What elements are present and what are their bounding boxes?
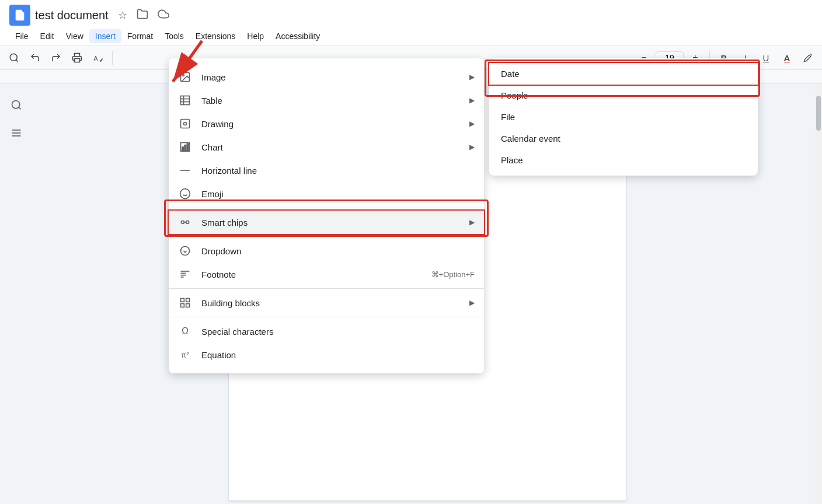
svg-rect-22 [181,120,190,128]
menu-item-equation[interactable]: π² Equation [169,343,484,366]
pen-btn[interactable] [799,48,817,67]
menu-item-chart-label: Chart [201,142,460,152]
submenu-item-people[interactable]: People [489,85,758,106]
menu-section-4: Building blocks ▶ [169,288,484,317]
svg-rect-28 [187,144,189,150]
menu-item-dropdown[interactable]: Dropdown [169,239,484,262]
menu-item-building-blocks-arrow: ▶ [469,299,475,307]
svg-rect-41 [181,299,184,302]
menu-item-table-label: Table [201,96,460,106]
menu-file[interactable]: File [9,29,34,43]
menu-item-horizontal-line-label: Horizontal line [201,166,475,176]
svg-point-23 [184,123,187,125]
emoji-icon [178,187,192,201]
menu-view[interactable]: View [60,29,89,43]
submenu-item-place-label: Place [501,155,746,165]
equation-icon: π² [178,348,192,362]
menu-item-chart[interactable]: Chart ▶ [169,135,484,159]
submenu-item-date[interactable]: Date [489,63,758,85]
menu-section-1: Image ▶ Table ▶ Drawing ▶ Chart ▶ [169,63,484,208]
svg-point-33 [181,221,184,224]
table-icon [178,93,192,107]
image-icon [178,70,192,84]
menu-item-equation-label: Equation [201,350,475,360]
svg-rect-43 [181,304,184,307]
menu-item-table-arrow: ▶ [469,96,475,104]
menu-extensions[interactable]: Extensions [190,29,241,43]
menu-edit[interactable]: Edit [34,29,60,43]
menu-item-footnote-label: Footnote [201,270,422,279]
insert-dropdown-menu: Image ▶ Table ▶ Drawing ▶ Chart ▶ [169,58,484,373]
title-icons: ☆ [116,7,172,24]
dropdown-icon [178,244,192,258]
print-btn[interactable] [68,48,86,67]
cloud-icon[interactable] [155,7,172,24]
menu-accessibility[interactable]: Accessibility [270,29,326,43]
svg-point-11 [12,101,20,108]
menu-item-image[interactable]: Image ▶ [169,65,484,89]
submenu-item-file[interactable]: File [489,106,758,128]
menu-help[interactable]: Help [241,29,270,43]
menu-item-horizontal-line[interactable]: Horizontal line [169,159,484,182]
svg-point-2 [10,54,17,61]
document-title[interactable]: test document [35,9,109,22]
menu-item-footnote[interactable]: Footnote ⌘+Option+F [169,262,484,286]
undo-btn[interactable] [26,48,44,67]
sidebar-list-btn[interactable] [5,121,28,145]
menu-item-image-arrow: ▶ [469,73,475,81]
menu-section-5: Ω Special characters π² Equation [169,317,484,369]
submenu-item-calendar-event[interactable]: Calendar event [489,128,758,149]
scrollbar[interactable] [815,84,822,504]
spell-check-btn[interactable]: A [89,48,107,67]
svg-rect-27 [184,145,186,151]
svg-rect-42 [186,299,190,302]
menu-section-2: Smart chips ▶ [169,208,484,236]
font-color-btn[interactable]: A [778,48,796,67]
svg-rect-4 [75,59,80,62]
menu-item-smart-chips[interactable]: Smart chips ▶ [169,211,484,234]
menu-bar: File Edit View Insert Format Tools Exten… [9,28,813,46]
menu-insert[interactable]: Insert [89,29,121,43]
menu-item-drawing-arrow: ▶ [469,120,475,128]
folder-icon[interactable] [134,7,151,24]
svg-text:A: A [94,55,98,62]
toolbar-divider-1 [112,51,113,65]
menu-format[interactable]: Format [121,29,159,43]
svg-line-3 [16,60,18,61]
submenu-item-people-label: People [501,90,746,100]
submenu-item-place[interactable]: Place [489,149,758,171]
menu-item-building-blocks[interactable]: Building blocks ▶ [169,291,484,314]
redo-btn[interactable] [47,48,65,67]
menu-item-special-characters[interactable]: Ω Special characters [169,320,484,343]
svg-rect-44 [186,304,190,307]
footnote-icon [178,267,192,281]
special-characters-icon: Ω [178,324,192,338]
drawing-icon [178,117,192,131]
search-toolbar-btn[interactable] [5,48,23,67]
svg-point-34 [186,221,189,224]
scrollbar-thumb[interactable] [816,96,821,131]
menu-item-emoji[interactable]: Emoji [169,182,484,205]
svg-point-17 [183,75,184,76]
svg-line-6 [810,54,812,55]
title-bar: test document ☆ File Edit View Insert Fo… [0,0,822,46]
menu-item-smart-chips-label: Smart chips [201,218,460,228]
docs-logo-icon [13,9,26,22]
menu-tools[interactable]: Tools [159,29,190,43]
menu-item-table[interactable]: Table ▶ [169,89,484,112]
submenu-item-calendar-event-label: Calendar event [501,134,746,144]
svg-rect-26 [182,147,184,151]
underline-btn[interactable]: U [757,48,775,67]
menu-item-drawing[interactable]: Drawing ▶ [169,112,484,135]
menu-item-drawing-label: Drawing [201,119,460,129]
smart-chips-submenu: Date People File Calendar event Place [489,58,758,176]
sidebar [0,84,33,504]
menu-item-special-characters-label: Special characters [201,327,475,337]
svg-point-36 [181,247,190,256]
star-icon[interactable]: ☆ [116,8,130,23]
svg-line-12 [19,107,21,110]
sidebar-search-btn[interactable] [5,93,28,117]
menu-item-smart-chips-arrow: ▶ [469,218,475,226]
doc-icon [9,5,30,26]
title-row: test document ☆ [9,5,813,26]
